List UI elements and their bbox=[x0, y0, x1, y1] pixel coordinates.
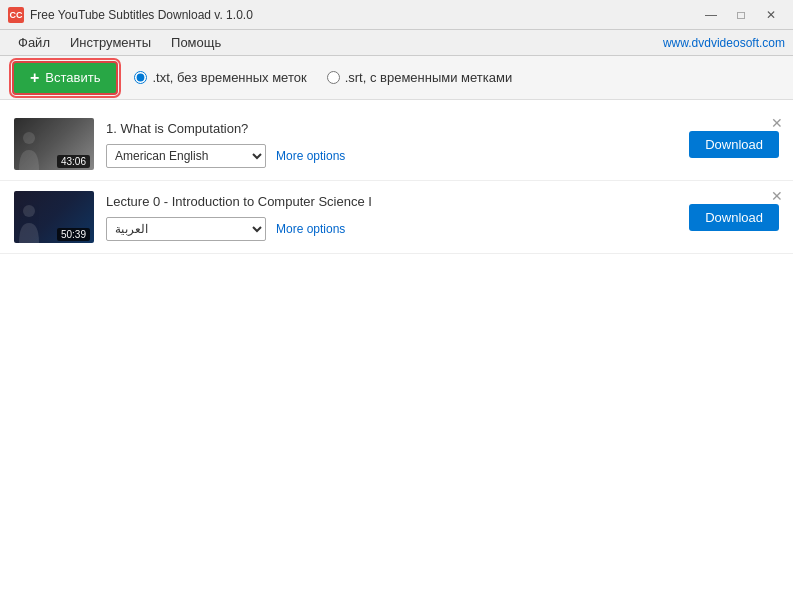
video-title-1: 1. What is Computation? bbox=[106, 121, 677, 136]
video-info-1: 1. What is Computation? American English… bbox=[106, 121, 677, 168]
srt-radio[interactable] bbox=[327, 71, 340, 84]
toolbar: + Вставить .txt, без временных меток .sr… bbox=[0, 56, 793, 100]
video-controls-1: American English More options bbox=[106, 144, 677, 168]
txt-option[interactable]: .txt, без временных меток bbox=[134, 70, 306, 85]
main-content: 43:06 1. What is Computation? American E… bbox=[0, 100, 793, 593]
menu-help[interactable]: Помощь bbox=[161, 31, 231, 54]
srt-label: .srt, с временными метками bbox=[345, 70, 513, 85]
video-item-2: 50:39 Lecture 0 - Introduction to Comput… bbox=[0, 181, 793, 254]
language-select-2[interactable]: العربية bbox=[106, 217, 266, 241]
srt-option[interactable]: .srt, с временными метками bbox=[327, 70, 513, 85]
plus-icon: + bbox=[30, 69, 39, 87]
menu-tools[interactable]: Инструменты bbox=[60, 31, 161, 54]
thumbnail-1: 43:06 bbox=[14, 118, 94, 170]
app-icon: CC bbox=[8, 7, 24, 23]
download-button-1[interactable]: Download bbox=[689, 131, 779, 158]
language-select-1[interactable]: American English bbox=[106, 144, 266, 168]
close-window-button[interactable]: ✕ bbox=[757, 5, 785, 25]
more-options-link-2[interactable]: More options bbox=[276, 222, 345, 236]
video-info-2: Lecture 0 - Introduction to Computer Sci… bbox=[106, 194, 677, 241]
txt-label: .txt, без временных меток bbox=[152, 70, 306, 85]
more-options-link-1[interactable]: More options bbox=[276, 149, 345, 163]
video-item-1: 43:06 1. What is Computation? American E… bbox=[0, 108, 793, 181]
minimize-button[interactable]: — bbox=[697, 5, 725, 25]
insert-button[interactable]: + Вставить bbox=[12, 61, 118, 95]
insert-button-label: Вставить bbox=[45, 70, 100, 85]
svg-point-0 bbox=[23, 132, 35, 144]
app-title: Free YouTube Subtitles Download v. 1.0.0 bbox=[30, 8, 697, 22]
window-controls: — □ ✕ bbox=[697, 5, 785, 25]
menu-file[interactable]: Файл bbox=[8, 31, 60, 54]
video-title-2: Lecture 0 - Introduction to Computer Sci… bbox=[106, 194, 677, 209]
duration-badge-1: 43:06 bbox=[55, 153, 92, 168]
download-button-2[interactable]: Download bbox=[689, 204, 779, 231]
website-link[interactable]: www.dvdvideosoft.com bbox=[663, 36, 785, 50]
thumbnail-2: 50:39 bbox=[14, 191, 94, 243]
remove-item-1[interactable]: ✕ bbox=[767, 114, 787, 132]
svg-point-1 bbox=[23, 205, 35, 217]
menu-bar: Файл Инструменты Помощь www.dvdvideosoft… bbox=[0, 30, 793, 56]
video-controls-2: العربية More options bbox=[106, 217, 677, 241]
maximize-button[interactable]: □ bbox=[727, 5, 755, 25]
txt-radio[interactable] bbox=[134, 71, 147, 84]
title-bar: CC Free YouTube Subtitles Download v. 1.… bbox=[0, 0, 793, 30]
remove-item-2[interactable]: ✕ bbox=[767, 187, 787, 205]
duration-badge-2: 50:39 bbox=[55, 226, 92, 241]
format-options: .txt, без временных меток .srt, с времен… bbox=[134, 70, 512, 85]
